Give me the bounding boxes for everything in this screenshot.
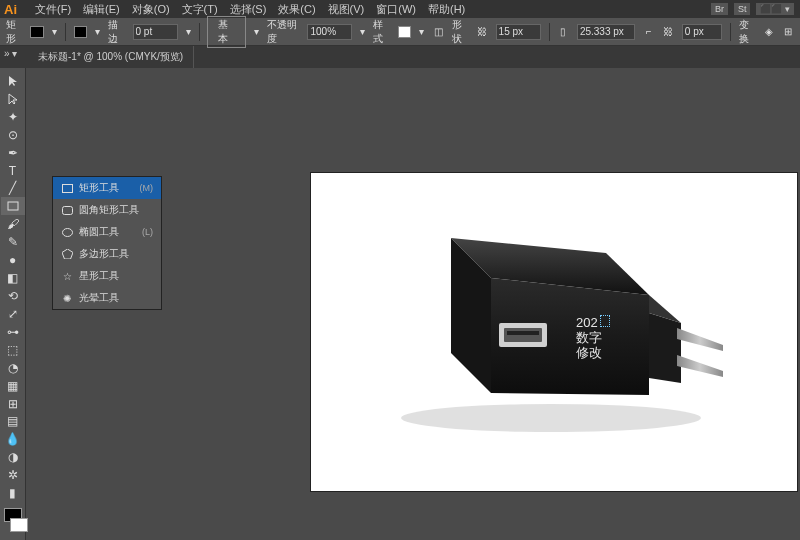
flare-icon: ✺ bbox=[61, 292, 73, 304]
flyout-item-key: (L) bbox=[142, 227, 153, 237]
bridge-icon[interactable]: Br bbox=[711, 3, 728, 15]
svg-rect-0 bbox=[8, 202, 18, 210]
shape2-input[interactable] bbox=[496, 24, 541, 40]
flyout-rectangle[interactable]: 矩形工具 (M) bbox=[53, 177, 161, 199]
symbol-sprayer-tool[interactable]: ✲ bbox=[1, 466, 25, 484]
flyout-item-label: 圆角矩形工具 bbox=[79, 203, 139, 217]
zero-input[interactable] bbox=[682, 24, 722, 40]
opacity-input[interactable] bbox=[307, 24, 352, 40]
misc-icon1[interactable]: ◈ bbox=[763, 25, 774, 39]
opt-dropdown6[interactable]: ▾ bbox=[419, 26, 424, 37]
product-num: 202 bbox=[576, 315, 598, 330]
rectangle-tool[interactable] bbox=[1, 197, 25, 215]
artboard[interactable]: 202 数字 修改 bbox=[311, 173, 797, 491]
type-tool[interactable]: T bbox=[1, 162, 25, 180]
document-tab[interactable]: 未标题-1* @ 100% (CMYK/预览) bbox=[28, 46, 194, 68]
flyout-rounded-rect[interactable]: 圆角矩形工具 bbox=[53, 199, 161, 221]
opt-dropdown1[interactable]: ▾ bbox=[52, 26, 57, 37]
line-tool[interactable]: ╱ bbox=[1, 180, 25, 198]
menu-view[interactable]: 视图(V) bbox=[328, 2, 365, 17]
menu-select[interactable]: 选择(S) bbox=[230, 2, 267, 17]
rrect-icon bbox=[61, 204, 73, 216]
doc-icon[interactable]: ▯ bbox=[557, 25, 568, 39]
product-text-overlay: 202 数字 修改 bbox=[576, 315, 610, 361]
document-tab-label: 未标题-1* @ 100% (CMYK/预览) bbox=[38, 50, 183, 64]
opt-dropdown5[interactable]: ▾ bbox=[360, 26, 365, 37]
svg-rect-8 bbox=[507, 331, 539, 335]
style-swatch[interactable] bbox=[398, 26, 411, 38]
star-icon: ☆ bbox=[61, 270, 73, 282]
eyedropper-tool[interactable]: 💧 bbox=[1, 430, 25, 448]
flyout-ellipse[interactable]: 椭圆工具 (L) bbox=[53, 221, 161, 243]
rotate-tool[interactable]: ⟲ bbox=[1, 287, 25, 305]
column-graph-tool[interactable]: ▮ bbox=[1, 484, 25, 502]
shape-builder-tool[interactable]: ◔ bbox=[1, 359, 25, 377]
opt-dropdown3[interactable]: ▾ bbox=[186, 26, 191, 37]
menu-bar: Ai 文件(F) 编辑(E) 对象(O) 文字(T) 选择(S) 效果(C) 视… bbox=[0, 0, 800, 18]
menu-help[interactable]: 帮助(H) bbox=[428, 2, 465, 17]
svg-point-3 bbox=[62, 228, 72, 236]
canvas-area[interactable]: 矩形工具 (M) 圆角矩形工具 椭圆工具 (L) 多边形工具 ☆ 星形工具 ✺ bbox=[26, 68, 800, 540]
stroke-color-swatch[interactable] bbox=[10, 518, 28, 532]
flyout-item-label: 椭圆工具 bbox=[79, 225, 119, 239]
eraser-tool[interactable]: ◧ bbox=[1, 269, 25, 287]
selection-tool[interactable] bbox=[1, 72, 25, 90]
workspace-switcher[interactable]: ⬛⬛ ▾ bbox=[756, 3, 794, 15]
flyout-item-label: 多边形工具 bbox=[79, 247, 129, 261]
menu-file[interactable]: 文件(F) bbox=[35, 2, 71, 17]
menu-type[interactable]: 文字(T) bbox=[182, 2, 218, 17]
link-icon[interactable]: ⛓ bbox=[476, 25, 487, 39]
menu-right-icons: Br St ⬛⬛ ▾ bbox=[711, 3, 800, 15]
app-logo: Ai bbox=[4, 2, 17, 17]
px-input[interactable] bbox=[577, 24, 635, 40]
opacity-label: 不透明度 bbox=[267, 18, 300, 46]
stock-icon[interactable]: St bbox=[734, 3, 751, 15]
product-line1: 数字 bbox=[576, 331, 610, 346]
lasso-tool[interactable]: ⊙ bbox=[1, 126, 25, 144]
brush-basic[interactable]: 基本 bbox=[207, 16, 245, 48]
tab-bar: » ▾ 未标题-1* @ 100% (CMYK/预览) bbox=[0, 46, 800, 68]
fill-swatch[interactable] bbox=[30, 26, 43, 38]
shape-tool-flyout: 矩形工具 (M) 圆角矩形工具 椭圆工具 (L) 多边形工具 ☆ 星形工具 ✺ bbox=[52, 176, 162, 310]
align-icon[interactable]: ◫ bbox=[432, 25, 443, 39]
stroke-width-input[interactable] bbox=[133, 24, 178, 40]
tab-dropdown-icon[interactable]: » ▾ bbox=[4, 48, 17, 59]
flyout-star[interactable]: ☆ 星形工具 bbox=[53, 265, 161, 287]
transform-label[interactable]: 变换 bbox=[739, 18, 755, 46]
corner-icon[interactable]: ⌐ bbox=[643, 25, 654, 39]
scale-tool[interactable]: ⤢ bbox=[1, 305, 25, 323]
free-transform-tool[interactable]: ⬚ bbox=[1, 341, 25, 359]
blend-tool[interactable]: ◑ bbox=[1, 448, 25, 466]
flyout-item-label: 星形工具 bbox=[79, 269, 119, 283]
ellipse-icon bbox=[61, 226, 73, 238]
menu-effect[interactable]: 效果(C) bbox=[278, 2, 315, 17]
opt-dropdown4[interactable]: ▾ bbox=[254, 26, 259, 37]
misc-icon2[interactable]: ⊞ bbox=[782, 25, 793, 39]
svg-rect-2 bbox=[62, 206, 72, 214]
stroke-swatch[interactable] bbox=[74, 26, 87, 38]
pencil-tool[interactable]: ✎ bbox=[1, 233, 25, 251]
shape2-label: 形状 bbox=[452, 18, 468, 46]
paintbrush-tool[interactable]: 🖌 bbox=[1, 215, 25, 233]
flyout-item-label: 光晕工具 bbox=[79, 291, 119, 305]
blob-brush-tool[interactable]: ● bbox=[1, 251, 25, 269]
perspective-tool[interactable]: ▦ bbox=[1, 377, 25, 395]
menu-window[interactable]: 窗口(W) bbox=[376, 2, 416, 17]
menu-object[interactable]: 对象(O) bbox=[132, 2, 170, 17]
flyout-item-key: (M) bbox=[140, 183, 154, 193]
pen-tool[interactable]: ✒ bbox=[1, 144, 25, 162]
flyout-flare[interactable]: ✺ 光晕工具 bbox=[53, 287, 161, 309]
tools-panel: ✦ ⊙ ✒ T ╱ 🖌 ✎ ● ◧ ⟲ ⤢ ⊶ ⬚ ◔ ▦ ⊞ ▤ 💧 ◑ ✲ … bbox=[0, 68, 26, 540]
svg-rect-1 bbox=[62, 184, 72, 192]
mesh-tool[interactable]: ⊞ bbox=[1, 395, 25, 413]
width-tool[interactable]: ⊶ bbox=[1, 323, 25, 341]
opt-dropdown2[interactable]: ▾ bbox=[95, 26, 100, 37]
gradient-tool[interactable]: ▤ bbox=[1, 413, 25, 431]
link2-icon[interactable]: ⛓ bbox=[662, 25, 673, 39]
flyout-polygon[interactable]: 多边形工具 bbox=[53, 243, 161, 265]
menu-edit[interactable]: 编辑(E) bbox=[83, 2, 120, 17]
flyout-item-label: 矩形工具 bbox=[79, 181, 119, 195]
direct-selection-tool[interactable] bbox=[1, 90, 25, 108]
rect-icon bbox=[61, 182, 73, 194]
magic-wand-tool[interactable]: ✦ bbox=[1, 108, 25, 126]
